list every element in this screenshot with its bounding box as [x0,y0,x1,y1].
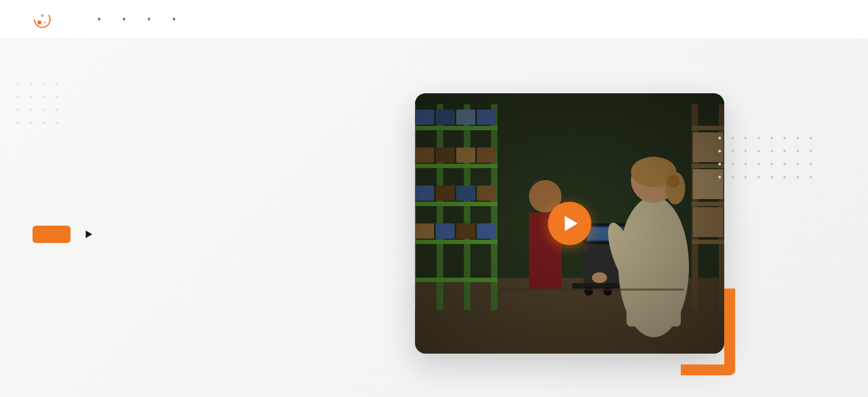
main-navigation: ▾ ▾ ▾ ▾ [0,0,868,39]
svg-point-3 [44,21,47,24]
video-container [415,93,724,354]
play-triangle-icon [565,216,578,231]
request-demo-button[interactable] [33,226,71,243]
orange-bracket-decoration [681,289,735,375]
hero-right: const dg = document.querySelector('.dot-… [304,93,835,354]
chevron-down-icon: ▾ [173,16,176,23]
logo[interactable] [33,10,55,29]
play-icon [86,230,92,238]
play-button[interactable] [548,202,591,245]
svg-point-2 [41,14,43,17]
chevron-down-icon: ▾ [148,16,151,23]
watch-video-button[interactable] [86,230,97,238]
dot-grid-left-decoration: const dgLeft = document.querySelector('.… [16,82,65,131]
nav-industries[interactable]: ▾ [113,11,133,27]
hero-section: const dgLeft = document.querySelector('.… [0,39,868,397]
hero-left [33,204,304,243]
dot-grid-decoration: const dg = document.querySelector('.dot-… [718,137,819,185]
hero-actions [33,226,282,243]
svg-point-1 [37,20,41,24]
nav-applications[interactable]: ▾ [88,11,108,27]
video-thumbnail[interactable] [415,93,724,354]
chevron-down-icon: ▾ [123,16,126,23]
nav-resources[interactable]: ▾ [138,11,158,27]
chevron-down-icon: ▾ [98,16,101,23]
svg-point-0 [35,11,50,27]
nav-links: ▾ ▾ ▾ ▾ [88,11,831,27]
logo-icon [33,10,52,29]
nav-our-team[interactable]: ▾ [163,11,183,27]
